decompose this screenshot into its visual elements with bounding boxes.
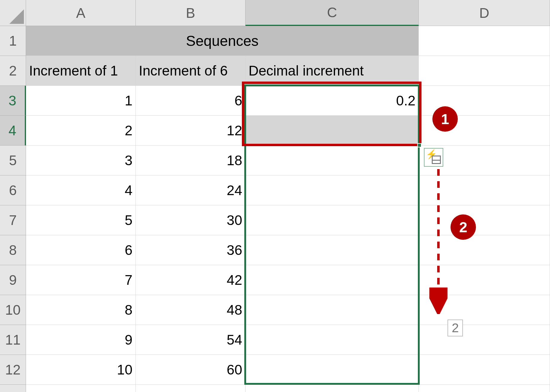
callout-2-label: 2	[459, 219, 467, 236]
cell-c10[interactable]	[246, 295, 419, 325]
cell-a12[interactable]: 10	[26, 355, 136, 385]
cell-c7[interactable]	[246, 205, 419, 235]
cell-d2[interactable]	[419, 56, 550, 86]
cell-d12[interactable]	[419, 355, 550, 385]
row-header-2[interactable]: 2	[0, 56, 26, 86]
row-5: 5 3 18	[0, 146, 550, 175]
cell-a7[interactable]: 5	[26, 205, 136, 235]
row-6: 6 4 24	[0, 175, 550, 205]
callout-1: 1	[432, 106, 458, 132]
callout-2: 2	[451, 214, 476, 240]
cell-a8[interactable]: 6	[26, 235, 136, 265]
row-9: 9 7 42	[0, 265, 550, 295]
cell-d13[interactable]	[419, 385, 550, 392]
cell-a5[interactable]: 3	[26, 146, 136, 175]
cell-c6[interactable]	[246, 175, 419, 205]
cell-b3[interactable]: 6	[136, 86, 246, 116]
cell-a11[interactable]: 9	[26, 325, 136, 355]
row-header-8[interactable]: 8	[0, 235, 26, 265]
cell-b10[interactable]: 48	[136, 295, 246, 325]
row-3: 3 1 6 0.2	[0, 86, 550, 116]
row-4: 4 2 12 0.4	[0, 116, 550, 146]
cell-c11[interactable]	[246, 325, 419, 355]
row-header-1[interactable]: 1	[0, 26, 26, 56]
grid-icon	[432, 156, 441, 164]
row-header-9[interactable]: 9	[0, 265, 26, 295]
cell-b6[interactable]: 24	[136, 175, 246, 205]
row-11: 11 9 54	[0, 325, 550, 355]
row-8: 8 6 36	[0, 235, 550, 265]
cell-b11[interactable]: 54	[136, 325, 246, 355]
cell-b9[interactable]: 42	[136, 265, 246, 295]
cell-a3[interactable]: 1	[26, 86, 136, 116]
drag-arrow-icon	[429, 169, 447, 314]
cell-c3[interactable]: 0.2	[246, 86, 419, 116]
row-12: 12 10 60	[0, 355, 550, 385]
row-header-3[interactable]: 3	[0, 86, 26, 116]
cell-c4[interactable]: 0.4	[246, 116, 419, 146]
column-header-b[interactable]: B	[136, 0, 246, 26]
cell-b4[interactable]: 12	[136, 116, 246, 146]
row-1: 1 Sequences	[0, 26, 550, 56]
drag-tooltip-value: 2	[452, 321, 459, 335]
cell-b7[interactable]: 30	[136, 205, 246, 235]
cell-c13[interactable]	[246, 385, 419, 392]
callout-1-label: 1	[441, 111, 449, 127]
drag-tooltip: 2	[447, 320, 463, 336]
row-header-6[interactable]: 6	[0, 175, 26, 205]
column-header-a[interactable]: A	[26, 0, 136, 26]
select-all-corner[interactable]	[0, 0, 26, 26]
cell-c9[interactable]	[246, 265, 419, 295]
row-header-4[interactable]: 4	[0, 116, 26, 146]
cell-a4[interactable]: 2	[26, 116, 136, 146]
column-header-d[interactable]: D	[419, 0, 550, 26]
cell-b12[interactable]: 60	[136, 355, 246, 385]
row-10: 10 8 48	[0, 295, 550, 325]
header-a[interactable]: Increment of 1	[26, 56, 136, 86]
cell-b5[interactable]: 18	[136, 146, 246, 175]
title-cell[interactable]: Sequences	[26, 26, 419, 56]
cell-c5[interactable]	[246, 146, 419, 175]
row-header-12[interactable]: 12	[0, 355, 26, 385]
quick-analysis-icon: ⚡	[427, 151, 440, 163]
row-header-7[interactable]: 7	[0, 205, 26, 235]
cell-d1[interactable]	[419, 26, 550, 56]
cell-b13[interactable]	[136, 385, 246, 392]
row-header-11[interactable]: 11	[0, 325, 26, 355]
quick-analysis-button[interactable]: ⚡	[424, 148, 443, 167]
cell-c12[interactable]	[246, 355, 419, 385]
cell-a6[interactable]: 4	[26, 175, 136, 205]
header-b[interactable]: Increment of 6	[136, 56, 246, 86]
cell-a10[interactable]: 8	[26, 295, 136, 325]
spreadsheet: A B C D 1 Sequences 2 Increment of 1 Inc…	[0, 0, 550, 392]
column-header-c[interactable]: C	[246, 0, 419, 26]
fill-handle[interactable]	[417, 143, 421, 147]
cell-b8[interactable]: 36	[136, 235, 246, 265]
row-2: 2 Increment of 1 Increment of 6 Decimal …	[0, 56, 550, 86]
cell-c8[interactable]	[246, 235, 419, 265]
row-header-13[interactable]: 13	[0, 385, 26, 392]
cell-a9[interactable]: 7	[26, 265, 136, 295]
row-header-10[interactable]: 10	[0, 295, 26, 325]
header-c[interactable]: Decimal increment	[246, 56, 419, 86]
cell-d11[interactable]	[419, 325, 550, 355]
row-header-5[interactable]: 5	[0, 146, 26, 175]
row-13: 13	[0, 385, 550, 392]
column-header-row: A B C D	[0, 0, 550, 26]
cell-a13[interactable]	[26, 385, 136, 392]
